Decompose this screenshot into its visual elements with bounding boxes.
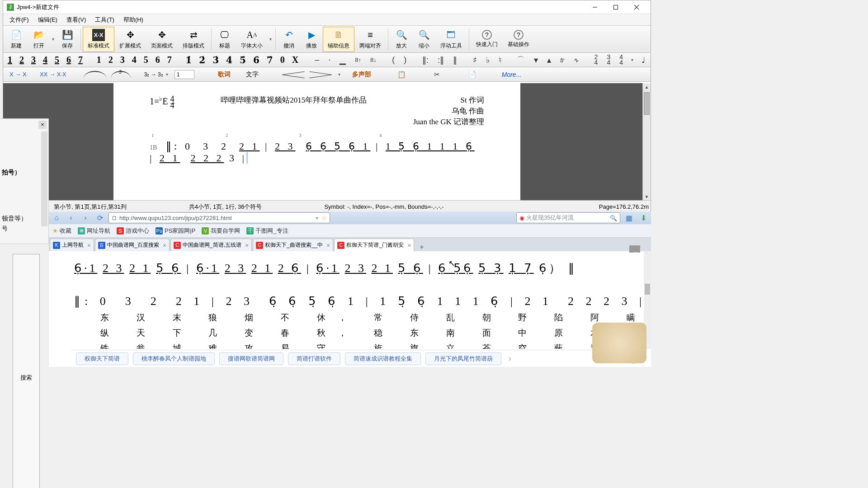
repeat-end-btn[interactable]: :‖	[435, 55, 447, 65]
browser-content[interactable]: 6̣·1 2 3 2 1 5̣ 6̣ | 6̣·1 2 3 2 1 2 6̣ |…	[71, 251, 643, 349]
tab-0[interactable]: K上网导航×	[50, 239, 94, 251]
barline-btn[interactable]: ‖	[450, 55, 460, 65]
note-low-4[interactable]: 4	[41, 55, 49, 65]
quick-start-button[interactable]: ?快速入门	[471, 27, 503, 52]
menu-edit[interactable]: 编辑(E)	[33, 15, 62, 25]
tab-close[interactable]: ×	[326, 242, 330, 249]
menu-tools[interactable]: 工具(T)	[90, 15, 119, 25]
tab-close[interactable]: ×	[245, 242, 249, 249]
forward-icon[interactable]: ›	[80, 212, 91, 224]
tab-close[interactable]: ×	[163, 242, 166, 249]
scroll-up-arrow[interactable]: ▲	[643, 83, 651, 90]
tie-btn[interactable]: ⌒	[514, 55, 528, 66]
repeat-start-btn[interactable]: ‖:	[420, 55, 431, 65]
score-page[interactable]: 1=♭E 44 哔哩哔哩弹幕视频站2015年拜年祭单曲作品 St 作词 乌龟 作…	[113, 83, 520, 200]
suggest-4[interactable]: 简谱速成识谱教程全集	[345, 352, 421, 365]
slur-long-btn[interactable]	[84, 71, 106, 78]
suggest-1[interactable]: 桃李醉春风个人制谱园地	[133, 352, 215, 365]
dot-btn[interactable]: ·	[326, 55, 333, 65]
align-button[interactable]: ≡两端对齐	[354, 27, 386, 52]
trill-btn[interactable]: tr	[557, 56, 567, 64]
new-tab-btn[interactable]: +	[415, 243, 428, 251]
octave-down-btn[interactable]: 8↓	[368, 56, 379, 63]
octave-up-btn[interactable]: 8↑	[352, 56, 364, 63]
tab-3[interactable]: C权御天下_曲谱搜索__中×	[253, 239, 333, 251]
page-mode-button[interactable]: ✥页面模式	[146, 27, 178, 52]
tuplet-spin[interactable]: 3₂ → 3₂▾	[144, 71, 170, 78]
suggest-2[interactable]: 搜谱网歌谱简谱网	[219, 352, 283, 365]
back-icon[interactable]: ‹	[65, 212, 77, 224]
new-button[interactable]: 📄新建	[5, 27, 28, 52]
zoom-out-button[interactable]: 🔍缩小	[413, 27, 435, 52]
bm-game[interactable]: S游戏中心	[117, 227, 149, 235]
dyn-dropdown[interactable]: ▾	[336, 72, 342, 77]
refresh-icon[interactable]: ⟳	[94, 212, 106, 224]
accent-btn[interactable]: ▾	[531, 55, 541, 65]
xx-dot-btn[interactable]: X → X·	[6, 71, 32, 78]
note-1[interactable]: 1	[95, 55, 103, 65]
zoom-in-button[interactable]: 🔍放大	[390, 27, 413, 52]
note-hi-4[interactable]: 4̇	[224, 55, 234, 66]
url-dropdown-icon[interactable]: ▾	[316, 215, 319, 221]
score-line-1[interactable]: 1 2 3 4 1B ‖: 0 3 2 2 1 | 2 3 6̣ 6̣ 5̣ 6…	[150, 140, 484, 164]
maximize-button[interactable]	[605, 1, 626, 14]
layout-mode-button[interactable]: ⇄排版模式	[178, 27, 209, 52]
note-6[interactable]: 6	[154, 55, 162, 65]
scroll-down-arrow[interactable]: ▼	[643, 193, 651, 200]
side-close-btn[interactable]: ×	[38, 121, 47, 129]
browser-search[interactable]: ◉ 火星现35亿年河流 🔍	[516, 212, 620, 223]
ts-dropdown[interactable]: ▾	[629, 57, 635, 62]
minimize-button[interactable]	[585, 1, 605, 14]
sharp-btn[interactable]: ♯	[470, 55, 480, 65]
note-hi-6[interactable]: 6̇	[251, 55, 261, 66]
menu-view[interactable]: 查看(V)	[62, 15, 90, 25]
menu-file[interactable]: 文件(F)	[5, 15, 33, 25]
tab-4[interactable]: C权御天下简谱_门酱胡安×	[334, 239, 414, 251]
note-4[interactable]: 4	[130, 55, 138, 65]
mordent-btn[interactable]: ∿	[571, 56, 581, 64]
apps-icon[interactable]: ▦	[623, 212, 635, 224]
value-field[interactable]	[175, 70, 194, 79]
note-low-1[interactable]: 1	[6, 55, 14, 65]
basic-op-button[interactable]: ?基础操作	[503, 27, 534, 52]
note-hi-1[interactable]: 1̇	[184, 55, 193, 66]
tab-close[interactable]: ×	[87, 242, 91, 249]
ts-34-btn[interactable]: 34	[604, 55, 613, 65]
flat-btn[interactable]: ♭	[483, 55, 492, 65]
browser-scroll-thumb[interactable]	[645, 284, 650, 295]
home-icon[interactable]: ⌂	[51, 212, 62, 224]
side-scroll[interactable]	[41, 131, 47, 226]
font-size-button[interactable]: AA字体大小	[236, 27, 268, 52]
bm-nav[interactable]: ⊕网址导航	[78, 227, 110, 235]
multipart-btn[interactable]: 多声部	[347, 70, 377, 80]
aux-info-button[interactable]: 🗎辅助信息	[323, 27, 354, 52]
back-to-top-btn[interactable]: 返回顶部	[629, 245, 640, 253]
note-7[interactable]: 7	[165, 55, 174, 65]
slur-short-btn[interactable]: 3	[111, 71, 131, 78]
paste-btn[interactable]: 📄	[465, 70, 479, 79]
tab-close[interactable]: ×	[407, 242, 411, 249]
suggest-next[interactable]: ›	[506, 354, 514, 363]
save-button[interactable]: 💾保存	[56, 27, 79, 52]
play-button[interactable]: ▶播放	[300, 27, 323, 52]
bm-qian[interactable]: 千千图网_专注	[246, 227, 288, 235]
float-tool-button[interactable]: 🗔浮动工具	[435, 27, 467, 52]
note-low-3[interactable]: 3	[29, 55, 38, 65]
cut-btn[interactable]: ✂	[431, 70, 443, 79]
tab-1[interactable]: 百中国曲谱网_百度搜索×	[95, 239, 170, 251]
suggest-3[interactable]: 简谱打谱软件	[288, 352, 340, 365]
bm-self[interactable]: V我要自学网	[202, 227, 240, 235]
note-hi-7[interactable]: 7̇	[265, 55, 275, 66]
crescendo-btn[interactable]	[282, 71, 305, 78]
paren-open-btn[interactable]: (	[389, 55, 397, 65]
download-icon[interactable]: ⬇	[637, 212, 649, 224]
star-icon[interactable]: ☆	[321, 215, 327, 221]
scroll-thumb[interactable]	[644, 92, 650, 115]
lyrics-btn[interactable]: 歌词	[212, 70, 236, 80]
search-engine-icon[interactable]: ◉	[519, 215, 524, 221]
std-mode-button[interactable]: X·X标准模式	[83, 27, 114, 52]
natural-btn[interactable]: ♮	[496, 55, 504, 65]
note-2[interactable]: 2	[107, 55, 115, 65]
note-low-5[interactable]: 5	[53, 55, 61, 65]
undo-button[interactable]: ↶撤消	[278, 27, 300, 52]
